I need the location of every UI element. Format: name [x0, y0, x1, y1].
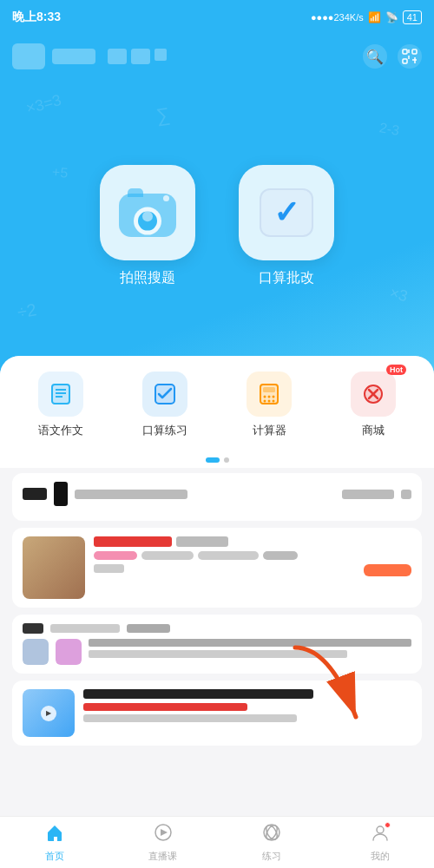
sq1 — [108, 49, 127, 64]
ph-s1 — [50, 624, 120, 633]
nav-item-mine[interactable]: 我的 — [326, 823, 434, 863]
svg-point-33 — [377, 826, 384, 833]
ph-gray-3 — [198, 551, 259, 560]
hero-section: ×3=3 2-3 ÷2 ×3 +5 ∑ — [0, 78, 434, 373]
ph-l2 — [89, 650, 347, 658]
mine-icon — [371, 823, 390, 847]
status-bar: 晚上8:33 ●●●●234K/s 📶 📡 41 — [0, 0, 434, 35]
tool-item-calculator[interactable]: 计算器 — [234, 372, 304, 438]
ph-gray-4 — [83, 714, 297, 722]
ph-title-1 — [23, 488, 47, 500]
svg-marker-29 — [161, 829, 168, 836]
list-item-4[interactable]: ▶ — [12, 681, 422, 746]
ph-img1 — [23, 639, 49, 665]
hero-label-camera: 拍照搜题 — [120, 269, 175, 287]
scan-button[interactable] — [398, 44, 422, 69]
list-item-3[interactable] — [12, 615, 422, 674]
dot-2 — [224, 457, 229, 463]
app-bar-left — [12, 43, 167, 69]
ph-sub-1 — [75, 490, 187, 499]
tool-label-calculator: 计算器 — [253, 423, 286, 438]
compose-icon — [49, 382, 73, 406]
ph-sub-2 — [342, 490, 394, 499]
scan-icon — [402, 49, 418, 64]
shop-icon — [361, 382, 385, 406]
ph-sub-3 — [401, 490, 411, 499]
tool-label-compose: 语文作文 — [38, 423, 83, 438]
ph-title-4 — [83, 689, 313, 699]
list-item-2[interactable] — [12, 528, 422, 608]
nav-item-home[interactable]: 首页 — [0, 823, 108, 863]
live-icon — [154, 823, 173, 847]
nav-label-mine: 我的 — [371, 850, 390, 863]
app-bar: 🔍 — [0, 35, 434, 78]
app-bar-right: 🔍 — [363, 44, 422, 69]
list-item-4-content — [83, 689, 411, 737]
pagination-dots — [0, 450, 434, 468]
sq2 — [131, 49, 150, 64]
hero-icons-row: 拍照搜题 ✓ 口算批改 — [100, 165, 334, 287]
ph-gray-4 — [263, 551, 298, 560]
bottom-nav: 首页 直播课 练习 我的 — [0, 816, 434, 868]
ph-gray-2 — [141, 551, 194, 560]
tool-label-shop: 商城 — [362, 423, 385, 438]
search-button[interactable]: 🔍 — [363, 44, 387, 69]
tool-icon-calculator — [247, 372, 292, 417]
ph-red-4 — [83, 703, 247, 711]
calculator-icon — [257, 382, 281, 406]
play-icon: ▶ — [41, 706, 56, 721]
nav-label-home: 首页 — [45, 850, 64, 863]
svg-rect-1 — [412, 49, 417, 54]
svg-point-19 — [273, 396, 275, 398]
ph-title-2 — [54, 482, 68, 506]
svg-point-21 — [268, 400, 271, 403]
hero-item-check[interactable]: ✓ 口算批改 — [239, 165, 334, 287]
ph-t1 — [23, 623, 43, 634]
nav-label-live: 直播课 — [148, 850, 177, 863]
tool-icon-compose — [38, 372, 83, 417]
ph-orange-1 — [364, 564, 411, 576]
wifi-icon: 📡 — [385, 11, 398, 23]
home-icon — [45, 823, 64, 847]
app-logo — [12, 43, 45, 69]
battery-icon: 41 — [403, 10, 422, 24]
svg-point-17 — [264, 396, 266, 398]
ph-gray-1 — [176, 536, 228, 547]
tool-item-oral[interactable]: 口算练习 — [130, 372, 200, 438]
ph-pink-1 — [94, 551, 137, 560]
status-time: 晚上8:33 — [12, 10, 61, 25]
tool-item-compose[interactable]: 语文作文 — [26, 372, 95, 438]
tool-icon-oral — [142, 372, 187, 417]
ph-s2 — [127, 624, 170, 633]
app-bar-squares — [108, 49, 167, 64]
oral-icon — [153, 382, 177, 406]
mine-dot — [385, 822, 391, 828]
nav-item-live[interactable]: 直播课 — [108, 823, 217, 863]
tool-icon-shop: Hot — [351, 372, 396, 417]
list-item-4-thumb: ▶ — [23, 689, 75, 737]
tools-row: 语文作文 口算练习 — [0, 356, 434, 450]
nav-label-practice: 练习 — [262, 850, 281, 863]
sq3 — [155, 49, 167, 61]
cell-icon: 📶 — [368, 11, 381, 23]
dot-1 — [206, 457, 220, 463]
white-card: 语文作文 口算练习 — [0, 356, 434, 816]
hero-item-camera[interactable]: 拍照搜题 — [100, 165, 195, 287]
tool-item-shop[interactable]: Hot 商城 — [339, 372, 408, 438]
ph-red-1 — [94, 536, 172, 547]
list-item-1[interactable] — [12, 473, 422, 521]
svg-rect-0 — [403, 49, 407, 54]
status-icons: ●●●●234K/s 📶 📡 41 — [311, 10, 422, 24]
hero-icon-box-check: ✓ — [239, 165, 334, 260]
content-list: ▶ — [0, 468, 434, 754]
app-name — [52, 49, 95, 64]
nav-item-practice[interactable]: 练习 — [217, 823, 326, 863]
hero-label-check: 口算批改 — [259, 269, 314, 287]
hot-badge-label: Hot — [386, 365, 406, 375]
hero-icon-box-camera — [100, 165, 195, 260]
signal-icon: ●●●●234K/s — [311, 12, 364, 23]
list-item-2-content — [94, 536, 411, 599]
svg-rect-2 — [403, 59, 407, 63]
practice-icon — [262, 823, 281, 847]
svg-point-22 — [273, 400, 275, 403]
